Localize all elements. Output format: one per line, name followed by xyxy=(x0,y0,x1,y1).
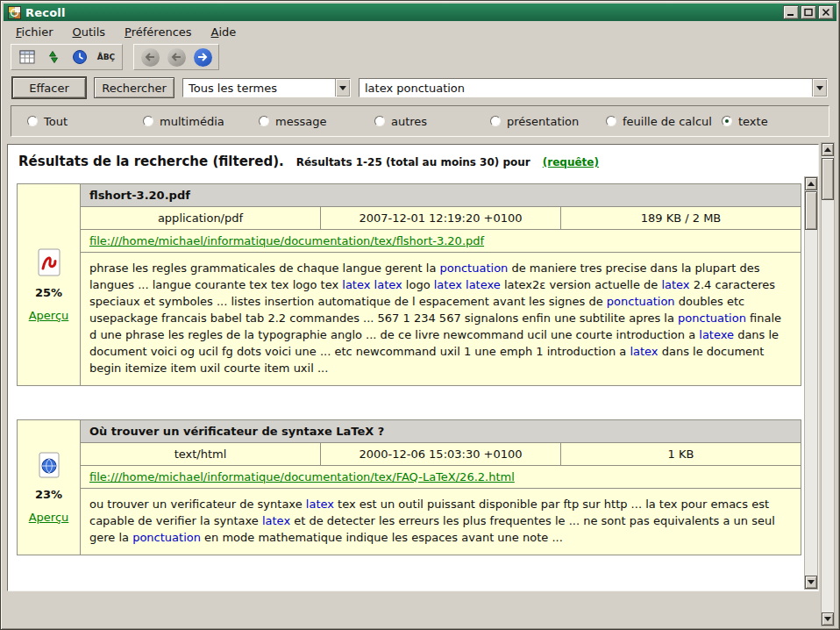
search-mode-dropdown-button[interactable] xyxy=(335,79,350,97)
result-url-link[interactable]: file:///home/michael/informatique/docume… xyxy=(89,234,484,247)
scrollbar-thumb[interactable] xyxy=(805,191,817,230)
filter-label: message xyxy=(275,115,326,128)
toolbar-main-group: ÂBÇ xyxy=(11,44,123,70)
scroll-down-button[interactable] xyxy=(805,576,817,589)
result-title: flshort-3.20.pdf xyxy=(81,184,801,207)
results-list: 25% Aperçu flshort-3.20.pdf application/… xyxy=(8,176,803,591)
search-button[interactable]: Rechercher xyxy=(94,77,174,98)
search-row: Effacer Rechercher Tous les termes xyxy=(4,72,836,104)
html-page-icon xyxy=(37,452,61,478)
result-title: Où trouver un vérificateur de syntaxe La… xyxy=(81,420,801,443)
arrow-down-icon xyxy=(808,580,815,584)
arrow-down-icon xyxy=(824,617,831,621)
arrow-up-icon xyxy=(824,147,831,152)
radio-icon[interactable] xyxy=(143,116,153,126)
scrollbar-track[interactable] xyxy=(822,156,834,612)
clear-button[interactable]: Effacer xyxy=(12,77,86,98)
toolbar: ÂBÇ xyxy=(4,42,836,72)
main-vertical-scrollbar[interactable] xyxy=(821,142,835,626)
search-mode-combobox[interactable]: Tous les termes xyxy=(182,78,351,97)
radio-icon[interactable] xyxy=(490,116,501,126)
first-page-button[interactable] xyxy=(138,46,162,68)
result-url-link[interactable]: file:///home/michael/informatique/docume… xyxy=(89,470,515,483)
back-arrow-icon xyxy=(141,48,160,67)
filter-feuille-de-calcul[interactable]: feuille de calcul xyxy=(606,115,722,128)
filter-label: Tout xyxy=(44,115,68,128)
filter-texte[interactable]: texte xyxy=(722,115,768,128)
radio-icon[interactable] xyxy=(27,116,38,126)
chevron-down-icon xyxy=(339,86,346,90)
scroll-up-button[interactable] xyxy=(822,143,834,156)
result-entry-table: flshort-3.20.pdf application/pdf 2007-12… xyxy=(81,184,801,385)
minimize-button[interactable] xyxy=(783,5,799,19)
menu-aide[interactable]: Aide xyxy=(206,23,242,41)
result-meta-row: application/pdf 2007-12-01 12:19:20 +010… xyxy=(81,207,801,230)
close-icon xyxy=(822,8,830,17)
main-area: Résultats de la recherche (filtered). Ré… xyxy=(5,142,835,626)
relevance-percent: 25% xyxy=(35,286,62,299)
filter-label: texte xyxy=(738,115,768,128)
forward-arrow-icon xyxy=(194,48,212,67)
scroll-up-button[interactable] xyxy=(805,177,817,190)
update-index-button[interactable] xyxy=(41,46,66,68)
minimize-icon xyxy=(787,8,795,17)
results-frame: Résultats de la recherche (filtered). Ré… xyxy=(7,144,819,591)
menu-outils[interactable]: Outils xyxy=(68,23,111,41)
search-mode-value: Tous les termes xyxy=(183,79,335,97)
result-entry: 25% Aperçu flshort-3.20.pdf application/… xyxy=(17,183,801,386)
pdf-icon xyxy=(37,248,61,276)
previous-page-button[interactable] xyxy=(164,46,189,68)
result-entry-sidebar: 25% Aperçu xyxy=(18,184,81,385)
preview-link[interactable]: Aperçu xyxy=(29,511,69,524)
radio-icon[interactable] xyxy=(606,116,616,126)
window-title: Recoll xyxy=(25,6,781,19)
category-filter-bar: Tout multimédia message autres présentat… xyxy=(11,105,829,137)
clock-icon xyxy=(71,48,89,66)
maximize-icon xyxy=(804,8,813,17)
sort-arrows-icon xyxy=(45,48,62,66)
maximize-button[interactable] xyxy=(801,5,816,19)
term-explorer-button[interactable]: ÂBÇ xyxy=(94,46,118,68)
radio-icon[interactable] xyxy=(722,116,732,126)
radio-icon[interactable] xyxy=(374,116,385,126)
toolbar-nav-group xyxy=(133,44,219,70)
result-meta-row: text/html 2000-12-06 15:03:30 +0100 1 KB xyxy=(81,443,801,466)
results-list-scrollbar[interactable] xyxy=(804,176,818,590)
radio-icon[interactable] xyxy=(259,116,269,126)
sort-by-dates-button[interactable] xyxy=(68,46,92,68)
scrollbar-track[interactable] xyxy=(805,190,817,576)
filter-multimedia[interactable]: multimédia xyxy=(143,115,259,128)
filter-message[interactable]: message xyxy=(259,115,374,128)
result-mime: text/html xyxy=(81,443,321,465)
result-date: 2000-12-06 15:03:30 +0100 xyxy=(321,443,561,465)
close-button[interactable] xyxy=(818,5,834,19)
clear-search-button[interactable] xyxy=(15,46,39,68)
query-link[interactable]: (requête) xyxy=(543,156,599,168)
query-input[interactable] xyxy=(359,79,812,97)
results-header: Résultats de la recherche (filtered). Ré… xyxy=(8,145,818,175)
titlebar: Recoll xyxy=(4,4,836,21)
scroll-down-button[interactable] xyxy=(822,612,834,626)
filter-tout[interactable]: Tout xyxy=(27,115,143,128)
table-icon xyxy=(18,48,36,66)
query-dropdown-button[interactable] xyxy=(812,79,827,97)
result-entry-sidebar: 23% Aperçu xyxy=(18,420,81,555)
filter-presentation[interactable]: présentation xyxy=(490,115,606,128)
result-url-row: file:///home/michael/informatique/docume… xyxy=(81,230,801,253)
menubar: Fichier Outils Préférences Aide xyxy=(4,21,836,42)
result-size: 1 KB xyxy=(561,443,801,465)
preview-link[interactable]: Aperçu xyxy=(29,309,69,322)
filter-autres[interactable]: autres xyxy=(374,115,490,128)
menu-preferences[interactable]: Préférences xyxy=(119,23,196,41)
result-size: 189 KB / 2 MB xyxy=(561,207,801,229)
scrollbar-thumb[interactable] xyxy=(822,158,834,200)
result-entry-table: Où trouver un vérificateur de syntaxe La… xyxy=(81,420,801,555)
menu-fichier[interactable]: Fichier xyxy=(11,23,59,41)
results-title: Résultats de la recherche (filtered). xyxy=(18,154,284,169)
filter-label: autres xyxy=(391,115,427,128)
next-page-button[interactable] xyxy=(190,46,215,68)
result-url-row: file:///home/michael/informatique/docume… xyxy=(81,466,801,489)
result-mime: application/pdf xyxy=(81,207,321,229)
relevance-percent: 23% xyxy=(35,488,62,501)
query-combobox xyxy=(359,78,828,97)
